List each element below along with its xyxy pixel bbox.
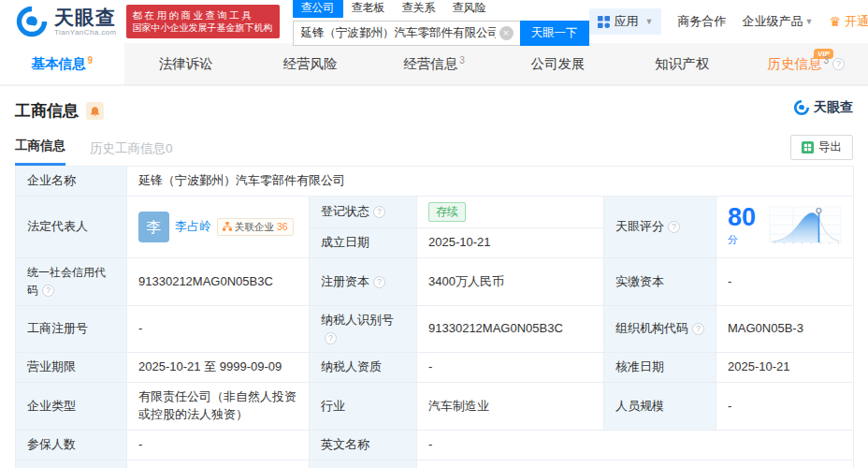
org-chart-icon (223, 222, 232, 231)
field-value: - (417, 353, 604, 383)
field-value: - (417, 430, 854, 460)
label-text: 纳税人识别号 (321, 313, 394, 327)
question-icon[interactable]: ? (692, 323, 704, 335)
search-input[interactable] (293, 21, 520, 46)
tab-label: 公司发展 (531, 55, 586, 73)
nav-cooperation[interactable]: 商务合作 (677, 13, 726, 30)
enterprise-label: 企业级产品 (742, 13, 803, 30)
tab-operating-risk[interactable]: 经营风险 (248, 43, 372, 84)
top-nav: 应用 ▼ 商务合作 企业级产品 ▼ ♛ 开通会员 ▼ 超级... ▼ (589, 8, 868, 35)
export-label: 导出 (818, 139, 842, 155)
search-tabs: 查公司 查老板 查关系 查风险 (293, 0, 589, 18)
search-area: 查公司 查老板 查关系 查风险 × 天眼一下 (293, 0, 589, 46)
field-value: 宁波市鄞州区市场监督管理局 (127, 460, 310, 468)
tab-intellectual-property[interactable]: 知识产权 (620, 43, 745, 84)
field-value: - (127, 305, 310, 353)
export-button[interactable]: 导出 (790, 135, 853, 160)
table-row: 工商注册号 - 纳税人识别号? 91330212MAG0N05B3C 组织机构代… (16, 305, 854, 353)
tab-history-info[interactable]: VIP 历史信息3 ? (744, 43, 868, 84)
legal-rep-avatar[interactable]: 李 (138, 212, 169, 242)
tab-count: 9 (88, 55, 94, 66)
tab-count: 3 (823, 55, 829, 66)
label-text: 登记状态 (321, 204, 369, 218)
label-text: 天眼评分 (615, 219, 664, 233)
tab-legal[interactable]: 法律诉讼 (124, 43, 249, 84)
search-tab-relation[interactable]: 查关系 (394, 0, 444, 18)
vip-label: 开通会员 (845, 13, 868, 30)
field-label: 人员规模 (604, 383, 716, 431)
field-label: 核准日期 (604, 353, 716, 383)
field-value: 有限责任公司（非自然人投资或控股的法人独资） (127, 383, 310, 431)
field-value: MAG0N05B-3 (716, 305, 854, 353)
subtab-business-info[interactable]: 工商信息 (15, 138, 65, 166)
tab-operating-info[interactable]: 经营信息3 (372, 43, 497, 84)
field-label: 组织机构代码? (604, 305, 716, 353)
tab-label: 知识产权 (655, 55, 709, 73)
table-row: 参保人数 - 英文名称 - (16, 430, 854, 460)
chevron-down-icon: ▼ (804, 17, 813, 26)
field-label: 参保人数 (16, 430, 127, 460)
field-value: 91330212MAG0N05B3C (127, 258, 310, 306)
search-tab-boss[interactable]: 查老板 (343, 0, 394, 18)
promo-line1: 都在用的商业查询工具 (133, 8, 273, 22)
field-label: 登记机关 (16, 460, 127, 468)
field-label: 英文名称 (310, 430, 417, 460)
related-companies-badge[interactable]: 关联企业 36 (217, 218, 294, 236)
section-title: 工商信息 (15, 100, 79, 122)
search-button[interactable]: 天眼一下 (520, 21, 589, 46)
apps-menu[interactable]: 应用 ▼ (589, 8, 662, 35)
logo-swirl-icon (15, 5, 49, 38)
monitor-bell-button[interactable] (86, 102, 104, 120)
question-icon[interactable]: ? (42, 285, 54, 297)
field-label: 登记状态? (310, 196, 417, 227)
score-unit: 分 (728, 234, 738, 245)
label-text: 组织机构代码 (615, 321, 688, 335)
subtab-history-business-info[interactable]: 历史工商信息0 (90, 140, 173, 166)
field-label: 天眼评分? (604, 196, 716, 257)
promo-line2: 国家中小企业发展子基金旗下机构 (133, 22, 273, 35)
company-tabbar: 基本信息9 法律诉讼 经营风险 经营信息3 公司发展 知识产权 VIP 历史信息… (0, 43, 868, 86)
field-value: - (716, 383, 854, 431)
apps-grid-icon (598, 16, 610, 28)
tab-count: 3 (459, 55, 465, 66)
business-info-section: 工商信息 天眼查 工商信息 历史工商信息0 导出 (0, 86, 868, 468)
logo-name: 天眼查 (54, 7, 117, 27)
field-value: 2025-10-21 (716, 353, 854, 383)
tab-basic-info[interactable]: 基本信息9 (0, 43, 124, 84)
question-icon[interactable]: ? (832, 58, 845, 70)
field-value: 3400万人民币 (417, 258, 604, 306)
related-count: 36 (277, 220, 288, 234)
score-value: 80 (728, 203, 756, 231)
search-tab-company[interactable]: 查公司 (293, 0, 343, 18)
apps-label: 应用 (615, 13, 639, 30)
tianyancha-logo[interactable]: 天眼查 TianYanCha.com (15, 5, 117, 38)
field-value: 91330212MAG0N05B3C (417, 305, 604, 353)
question-icon[interactable]: ? (373, 276, 385, 288)
logo-text: 天眼查 TianYanCha.com (54, 7, 117, 37)
field-label: 注册地址? (310, 460, 417, 468)
field-label: 企业名称 (16, 167, 127, 197)
chevron-down-icon: ▼ (645, 17, 654, 26)
related-label: 关联企业 (235, 220, 274, 234)
field-label: 行业 (310, 383, 417, 431)
nav-open-vip[interactable]: ♛ 开通会员 ▼ (829, 13, 868, 30)
field-label: 工商注册号 (16, 305, 127, 353)
score-distribution-chart (769, 203, 842, 250)
field-label: 企业类型 (16, 383, 127, 431)
field-value: 2025-10-21 (417, 228, 604, 258)
field-label: 法定代表人 (16, 196, 127, 257)
field-label: 统一社会信用代码? (16, 258, 127, 306)
logo-swirl-icon (793, 99, 810, 116)
field-label: 注册资本? (310, 258, 417, 306)
nav-enterprise[interactable]: 企业级产品 ▼ (742, 13, 813, 30)
question-icon[interactable]: ? (373, 206, 385, 218)
legal-rep-link[interactable]: 李占岭 (175, 218, 211, 236)
tab-development[interactable]: 公司发展 (496, 43, 620, 84)
excel-icon (802, 141, 814, 154)
question-icon[interactable]: ? (325, 332, 337, 344)
clear-search-icon[interactable]: × (499, 26, 514, 40)
question-icon[interactable]: ? (668, 221, 680, 233)
search-tab-risk[interactable]: 查风险 (444, 0, 495, 18)
tab-label: 经营风险 (282, 55, 337, 73)
logo-domain: TianYanCha.com (54, 29, 117, 37)
